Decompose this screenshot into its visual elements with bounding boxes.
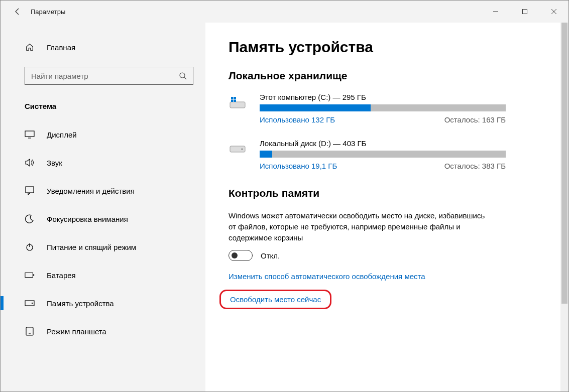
svg-rect-4	[25, 131, 34, 137]
drive-c-used[interactable]: Использовано 132 ГБ	[260, 115, 335, 124]
search-placeholder: Найти параметр	[31, 72, 88, 80]
drive-d-title: Локальный диск (D:) — 403 ГБ	[260, 139, 506, 148]
maximize-button[interactable]	[510, 1, 539, 23]
close-button[interactable]	[539, 1, 568, 23]
change-auto-free-link[interactable]: Изменить способ автоматического освобожд…	[229, 272, 545, 281]
window-title: Параметры	[29, 8, 65, 16]
svg-rect-6	[26, 187, 34, 193]
drive-d-free: Осталось: 383 ГБ	[444, 162, 506, 170]
main-content: Память устройства Локальное хранилище Эт…	[205, 23, 568, 391]
svg-line-3	[184, 77, 186, 79]
search-input[interactable]: Найти параметр	[25, 67, 193, 85]
scrollbar[interactable]	[560, 23, 568, 391]
tablet-icon	[25, 327, 35, 336]
storage-sense-desc: Windows может автоматически освободить м…	[229, 210, 490, 243]
nav-label: Батарея	[47, 271, 76, 280]
nav-label: Уведомления и действия	[47, 187, 135, 195]
svg-point-12	[32, 303, 33, 304]
back-button[interactable]	[7, 1, 29, 23]
drive-d[interactable]: Локальный диск (D:) — 403 ГБ Использован…	[229, 139, 545, 170]
nav-label: Память устройства	[47, 299, 114, 308]
drive-c-free: Осталось: 163 ГБ	[444, 115, 506, 124]
display-icon	[25, 130, 35, 139]
home-icon	[25, 43, 35, 52]
sidebar: Главная Найти параметр Система Дисплей З…	[1, 23, 205, 391]
page-title: Память устройства	[229, 39, 545, 56]
storage-icon	[25, 300, 35, 306]
notifications-icon	[25, 186, 35, 195]
drive-d-bar	[260, 151, 506, 158]
svg-rect-9	[25, 273, 33, 277]
toggle-label: Откл.	[261, 251, 280, 260]
drive-c[interactable]: Этот компьютер (C:) — 295 ГБ Использован…	[229, 93, 545, 124]
nav-display[interactable]: Дисплей	[1, 120, 205, 149]
moon-icon	[25, 214, 35, 223]
storage-sense-heading: Контроль памяти	[229, 187, 545, 199]
nav-sound[interactable]: Звук	[1, 149, 205, 177]
section-header: Система	[1, 95, 205, 117]
svg-point-2	[180, 73, 185, 78]
nav-tablet-mode[interactable]: Режим планшета	[1, 317, 205, 345]
svg-point-20	[241, 149, 243, 150]
power-icon	[25, 242, 35, 251]
storage-sense-toggle[interactable]	[229, 250, 253, 261]
svg-rect-1	[523, 10, 527, 14]
nav-battery[interactable]: Батарея	[1, 261, 205, 289]
nav-label: Звук	[47, 159, 62, 167]
nav-label: Дисплей	[47, 130, 77, 139]
nav-label: Фокусировка внимания	[47, 215, 128, 223]
home-label: Главная	[47, 43, 75, 52]
free-space-now-link[interactable]: Освободить место сейчас	[230, 295, 321, 304]
svg-rect-11	[25, 301, 34, 306]
drive-d-icon	[229, 140, 247, 158]
minimize-button[interactable]	[481, 1, 510, 23]
svg-rect-15	[230, 102, 245, 108]
home-nav[interactable]: Главная	[1, 38, 205, 57]
nav-label: Режим планшета	[47, 327, 106, 336]
drive-c-icon	[229, 94, 247, 112]
battery-icon	[25, 272, 35, 278]
drive-c-bar	[260, 104, 506, 111]
svg-rect-10	[33, 274, 34, 276]
nav-focus-assist[interactable]: Фокусировка внимания	[1, 205, 205, 233]
nav-storage[interactable]: Память устройства	[1, 289, 205, 317]
scrollbar-thumb[interactable]	[561, 23, 567, 304]
drive-c-title: Этот компьютер (C:) — 295 ГБ	[260, 93, 506, 101]
sound-icon	[25, 158, 35, 167]
nav-notifications[interactable]: Уведомления и действия	[1, 177, 205, 205]
drive-d-used[interactable]: Использовано 19,1 ГБ	[260, 162, 337, 170]
nav-label: Питание и спящий режим	[47, 243, 136, 251]
local-storage-heading: Локальное хранилище	[229, 70, 545, 82]
nav-power[interactable]: Питание и спящий режим	[1, 233, 205, 261]
search-icon	[179, 72, 187, 80]
highlight-annotation: Освободить место сейчас	[219, 290, 331, 309]
